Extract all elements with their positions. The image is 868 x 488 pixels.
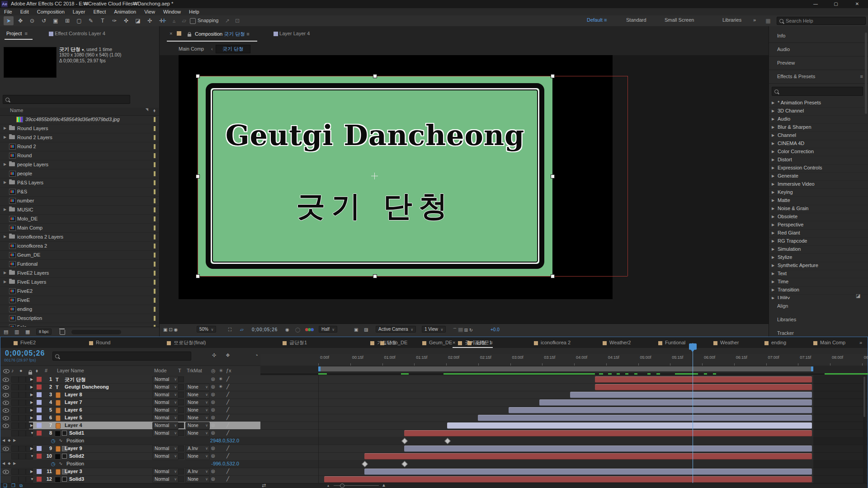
timeline-layer-row[interactable]: ▼10Solid2Normal∨None∨◎╱ (0, 452, 868, 460)
effects-category[interactable]: ▶* Animation Presets (769, 99, 868, 108)
switch-slash-icon[interactable]: ╱ (226, 392, 229, 397)
expand-arrow-icon[interactable]: ▶ (772, 280, 774, 284)
grid-options-icon[interactable]: ▨ (364, 327, 368, 332)
expand-arrow-icon[interactable]: ▶ (772, 272, 774, 276)
selection-handle[interactable] (373, 274, 377, 278)
layer-expander-icon[interactable]: ▼ (30, 477, 34, 481)
layer-duration-bar[interactable] (404, 446, 812, 452)
effects-category[interactable]: ▶Color Correction (769, 148, 868, 156)
label-color-mark[interactable] (154, 189, 156, 194)
expand-arrow-icon[interactable]: ▶ (772, 158, 774, 162)
mode-select[interactable]: Normal∨ (152, 376, 179, 383)
timeline-layer-row[interactable]: ▼8Solid1Normal∨None∨◎╱ (0, 429, 868, 437)
layer-label-chip[interactable] (37, 454, 42, 459)
layer-label-chip[interactable] (37, 385, 42, 389)
menu-layer[interactable]: Layer (69, 9, 90, 14)
switch-slash-icon[interactable]: ╱ (226, 415, 229, 420)
expand-arrow-icon[interactable]: ▶ (772, 263, 774, 267)
choose-grid-icon[interactable]: ⛶ (228, 327, 231, 333)
preserve-transparency-box[interactable] (178, 384, 184, 390)
property-name[interactable]: Position (66, 438, 84, 443)
expand-arrow-icon[interactable]: ▶ (772, 288, 774, 292)
show-channel-icon[interactable] (305, 328, 315, 333)
effects-category[interactable]: ▶Obsolete (769, 213, 868, 221)
camera-tool[interactable]: ▣ (51, 16, 61, 25)
work-area-end-handle[interactable] (811, 366, 813, 371)
layer-name[interactable]: Solid1 (69, 430, 84, 436)
tab-project[interactable]: Project ≡ (6, 31, 28, 36)
layer-duration-bar[interactable] (364, 453, 811, 460)
switch-slash-icon[interactable]: ╱ (226, 430, 229, 435)
mode-select[interactable]: Normal∨ (152, 430, 179, 437)
project-item[interactable]: ▶people Layers (0, 160, 159, 169)
draft-3d-icon[interactable]: ❖ (226, 352, 230, 358)
expand-arrow-icon[interactable]: ▶ (772, 206, 774, 211)
trkmat-select[interactable]: A.Inv∨ (185, 468, 210, 475)
resize-corner-icon[interactable]: ◪ (856, 293, 860, 299)
trkmat-select[interactable]: None∨ (185, 453, 210, 460)
section-libraries[interactable]: Libraries (769, 313, 868, 327)
preserve-transparency-box[interactable] (178, 469, 184, 474)
trkmat-select[interactable]: None∨ (185, 430, 210, 437)
mode-select[interactable]: Normal∨ (152, 468, 179, 475)
expand-arrow-icon[interactable]: ▶ (772, 109, 774, 113)
transparency-grid-icon[interactable]: ▣ (354, 327, 358, 332)
layer-name[interactable]: Layer 7 (65, 399, 82, 405)
layer-expander-icon[interactable]: ▶ (30, 385, 33, 389)
quality-icon[interactable]: ✳ (219, 384, 222, 389)
expand-inout-icon[interactable]: ❐ (11, 483, 15, 488)
parent-pickwhip-icon[interactable]: ◎ (211, 430, 215, 435)
zoom-in-icon[interactable]: ▲ (382, 483, 386, 488)
breadcrumb-parent[interactable]: Main Comp (179, 46, 204, 52)
effects-search-input[interactable] (772, 87, 863, 96)
selection-handle[interactable] (196, 74, 200, 78)
bit-depth-button[interactable]: 8 bpc (36, 328, 52, 335)
timeline-tab-13[interactable]: Weather (713, 337, 739, 348)
time-ruler[interactable]: 0:00f00:15f01:00f01:15f02:00f02:15f03:00… (260, 354, 868, 366)
label-color-mark[interactable] (154, 171, 156, 176)
quality-icon[interactable]: ✳ (219, 376, 222, 381)
parent-pickwhip-icon[interactable]: ◎ (211, 446, 215, 450)
keyframe-navigator[interactable]: ◀◆▶ (2, 438, 19, 442)
label-color-mark[interactable] (154, 253, 156, 258)
project-item[interactable]: ▶FiveE2 Layers (0, 269, 159, 278)
effects-category[interactable]: ▶Distort (769, 156, 868, 164)
expand-arrow-icon[interactable]: ▶ (4, 162, 6, 166)
layer-name[interactable]: Layer 6 (65, 407, 82, 413)
label-color-mark[interactable] (154, 144, 156, 149)
stopwatch-icon[interactable]: ◷ (51, 438, 56, 444)
selection-tool[interactable]: ➤ (4, 16, 14, 25)
snapshot-icon[interactable]: ◉ (285, 327, 289, 332)
label-color-mark[interactable] (154, 244, 156, 249)
selection-handle[interactable] (551, 274, 555, 278)
timeline-tab-overflow[interactable]: » (859, 337, 862, 348)
expand-arrow-icon[interactable]: ▶ (772, 239, 774, 243)
effects-presets-header[interactable]: Effects & Presets ≡ (769, 70, 868, 84)
comp-left-icons[interactable]: ▣ ⊡ ◉ (163, 327, 178, 332)
workspace-grid-icon[interactable]: ▦ (763, 16, 773, 25)
project-item[interactable]: iconofkorea 2 (0, 242, 159, 251)
trkmat-select[interactable]: None∨ (185, 391, 210, 399)
pan-behind-tool[interactable]: ⊞ (62, 16, 72, 25)
menu-window[interactable]: Window (159, 9, 185, 14)
layer-name[interactable]: Layer 9 (65, 446, 82, 451)
effects-category[interactable]: ▶Transition (769, 286, 868, 295)
workspace-libraries[interactable]: Libraries (722, 17, 741, 23)
expand-arrow-icon[interactable]: ▶ (4, 280, 6, 284)
layer-duration-bar[interactable] (324, 476, 811, 483)
label-color-mark[interactable] (154, 180, 156, 185)
view-axis-mode[interactable]: ▱ (179, 16, 189, 25)
effects-category[interactable]: ▶Keying (769, 189, 868, 197)
label-color-mark[interactable] (154, 153, 156, 158)
layer-expander-icon[interactable]: ▶ (30, 446, 33, 450)
expand-arrow-icon[interactable]: ▶ (772, 150, 774, 154)
tab-composition[interactable]: Composition 긋기 단청 ≡ (195, 31, 250, 38)
layer-duration-bar[interactable] (595, 384, 811, 390)
preserve-transparency-box[interactable] (178, 476, 184, 482)
layer-name[interactable]: Layer 4 (65, 422, 82, 428)
snap-guides-icon[interactable]: ↗ (222, 16, 232, 25)
label-color-mark[interactable] (154, 225, 156, 230)
label-color-mark[interactable] (154, 271, 156, 276)
eye-icon[interactable] (3, 378, 9, 382)
layer-name[interactable]: Geutgi Dancheong (65, 384, 109, 389)
